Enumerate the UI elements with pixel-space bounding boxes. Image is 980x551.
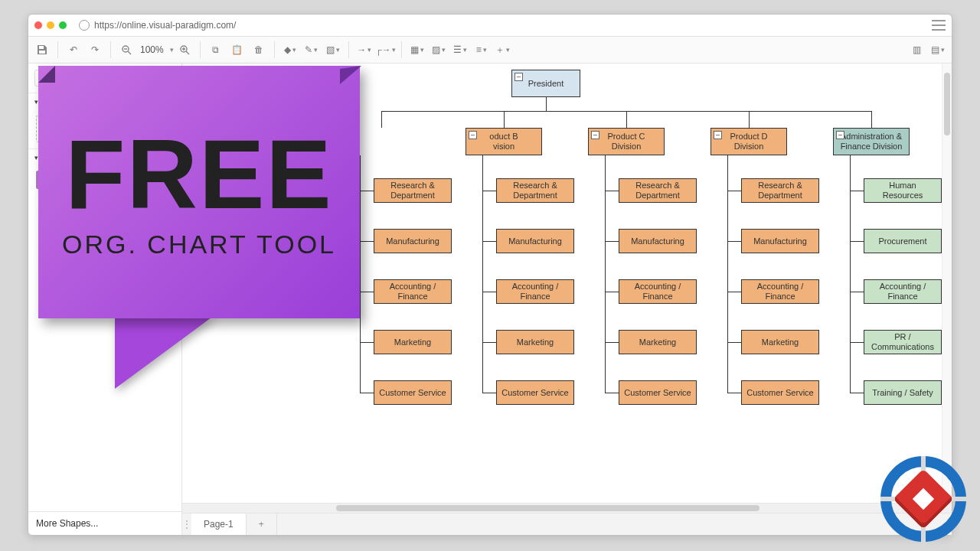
diagram-canvas[interactable]: President–oduct B vision–Product C Divis…: [182, 64, 952, 513]
org-node-child-3-4[interactable]: Customer Service: [741, 380, 819, 405]
close-window-button[interactable]: [34, 21, 42, 29]
shape-preview-placeholder[interactable]: [36, 115, 174, 142]
collapse-icon[interactable]: –: [514, 73, 523, 81]
paste-icon[interactable]: 📋: [228, 41, 247, 59]
vertical-scroll-thumb[interactable]: [944, 73, 950, 135]
search-input[interactable]: [34, 70, 175, 86]
sidebar-section-org[interactable]: ▾Or: [28, 148, 181, 165]
org-node-child-4-0[interactable]: Human Resources: [864, 178, 942, 203]
zoom-in-icon[interactable]: [175, 41, 194, 59]
org-node-child-3-1[interactable]: Manufacturing: [741, 229, 819, 253]
org-node-child-1-2[interactable]: Accounting / Finance: [496, 279, 574, 304]
fill-color-icon[interactable]: ◆▾: [281, 41, 299, 59]
org-node-child-4-2[interactable]: Accounting / Finance: [864, 279, 942, 304]
save-icon[interactable]: [33, 41, 51, 59]
url-text: https://online.visual-paradigm.com/: [94, 20, 236, 31]
org-node-division-0[interactable]: oduct B vision–: [466, 128, 542, 155]
window-controls: [34, 21, 67, 29]
org-node-division-1[interactable]: Product C Division–: [588, 128, 665, 155]
address-bar[interactable]: https://online.visual-paradigm.com/: [79, 20, 236, 31]
layout-panel-icon-a[interactable]: ▥: [907, 41, 926, 59]
shadow-icon[interactable]: ▧▾: [324, 41, 342, 59]
more-shapes-link[interactable]: More Shapes...: [28, 511, 181, 535]
collapse-icon[interactable]: –: [714, 131, 722, 139]
org-node-child-0-3[interactable]: Marketing: [374, 330, 452, 354]
add-icon[interactable]: ＋▾: [494, 41, 512, 59]
copy-icon[interactable]: ⧉: [207, 41, 225, 59]
chevron-down-icon[interactable]: ▾: [170, 46, 174, 54]
org-node-child-3-2[interactable]: Accounting / Finance: [741, 279, 819, 304]
bring-front-icon[interactable]: ▦▾: [408, 41, 426, 59]
org-node-child-4-4[interactable]: Training / Safety: [864, 380, 942, 405]
shape-search[interactable]: [34, 70, 175, 86]
org-node-child-2-4[interactable]: Customer Service: [619, 380, 697, 405]
org-node-child-2-3[interactable]: Marketing: [619, 330, 697, 354]
redo-icon[interactable]: ↷: [86, 41, 104, 59]
tab-grip-icon[interactable]: ⋮: [182, 514, 191, 535]
org-node-child-1-1[interactable]: Manufacturing: [496, 229, 574, 253]
org-node-child-3-0[interactable]: Research & Department: [741, 178, 819, 203]
org-node-division-3[interactable]: Administration & Finance Division–: [833, 128, 910, 155]
horizontal-scroll-thumb[interactable]: [336, 505, 760, 511]
collapse-icon[interactable]: –: [591, 131, 599, 139]
maximize-window-button[interactable]: [59, 21, 67, 29]
zoom-group: 100%▾: [117, 41, 194, 59]
org-node-child-0-0[interactable]: Research & Department: [374, 178, 452, 203]
org-node-child-2-2[interactable]: Accounting / Finance: [619, 279, 697, 304]
org-node-division-2[interactable]: Product D Division–: [710, 128, 787, 155]
undo-icon[interactable]: ↶: [64, 41, 83, 59]
distribute-icon[interactable]: ≡▾: [472, 41, 491, 59]
org-node-child-0-1[interactable]: Manufacturing: [374, 229, 452, 253]
zoom-level[interactable]: 100%: [137, 44, 167, 55]
toolbar: ↶ ↷ 100%▾ ⧉ 📋 🗑 ◆▾ ✎▾ ▧▾ →▾ ┌→▾ ▦▾ ▨▾ ☰▾…: [28, 37, 952, 64]
tab-page-1[interactable]: Page-1: [191, 514, 247, 535]
vertical-scrollbar[interactable]: [942, 64, 952, 513]
zoom-out-icon[interactable]: [117, 41, 136, 59]
org-node-child-2-1[interactable]: Manufacturing: [619, 229, 697, 253]
app-window: https://online.visual-paradigm.com/ ↶ ↷ …: [28, 14, 952, 536]
delete-icon[interactable]: 🗑: [250, 41, 268, 59]
layout-panel-icon-b[interactable]: ▤▾: [929, 41, 947, 59]
org-node-child-2-0[interactable]: Research & Department: [619, 178, 697, 203]
org-node-child-1-4[interactable]: Customer Service: [496, 380, 574, 405]
svg-rect-1: [39, 51, 45, 54]
titlebar: https://online.visual-paradigm.com/: [28, 15, 952, 37]
org-node-swatch[interactable]: [36, 171, 77, 189]
stroke-color-icon[interactable]: ✎▾: [302, 41, 321, 59]
collapse-icon[interactable]: –: [469, 131, 477, 139]
connector-elbow-icon[interactable]: ┌→▾: [377, 41, 395, 59]
sidebar: ▾Sc ▾Or More Shapes...: [28, 64, 182, 535]
minimize-window-button[interactable]: [47, 21, 54, 29]
horizontal-scrollbar[interactable]: [182, 503, 952, 513]
org-node-child-4-1[interactable]: Procurement: [864, 229, 942, 253]
globe-icon: [79, 20, 90, 31]
canvas-area: President–oduct B vision–Product C Divis…: [182, 64, 952, 535]
svg-line-3: [128, 51, 131, 54]
svg-rect-0: [39, 46, 44, 49]
collapse-icon[interactable]: –: [836, 131, 844, 139]
align-icon[interactable]: ☰▾: [451, 41, 469, 59]
svg-line-6: [186, 51, 189, 54]
org-node-president[interactable]: President–: [511, 70, 580, 97]
org-node-child-3-3[interactable]: Marketing: [741, 330, 819, 354]
org-node-child-1-0[interactable]: Research & Department: [496, 178, 574, 203]
sidebar-section-scratch[interactable]: ▾Sc: [28, 93, 181, 109]
org-node-child-0-2[interactable]: Accounting / Finance: [374, 279, 452, 304]
send-back-icon[interactable]: ▨▾: [430, 41, 448, 59]
org-node-child-1-3[interactable]: Marketing: [496, 330, 574, 354]
add-page-tab[interactable]: +: [247, 514, 277, 535]
menu-icon[interactable]: [932, 20, 946, 31]
org-node-child-0-4[interactable]: Customer Service: [374, 380, 452, 405]
connector-straight-icon[interactable]: →▾: [355, 41, 374, 59]
org-node-child-4-3[interactable]: PR / Communications: [864, 330, 942, 354]
page-tabs: ⋮ Page-1 +: [182, 513, 952, 535]
brand-badge: [877, 453, 969, 545]
